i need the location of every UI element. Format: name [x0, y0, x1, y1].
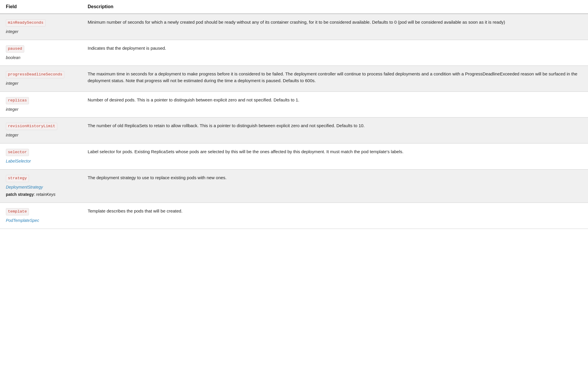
description-cell: Template describes the pods that will be…: [82, 203, 588, 229]
field-type-label: integer: [6, 106, 76, 113]
field-type-link[interactable]: PodTemplateSpec: [6, 217, 76, 224]
table-row: pausedbooleanIndicates that the deployme…: [0, 40, 588, 66]
field-type-link[interactable]: DeploymentStrategy: [6, 184, 76, 191]
table-row: strategyDeploymentStrategypatch strategy…: [0, 169, 588, 203]
field-cell: selectorLabelSelector: [0, 144, 82, 170]
api-reference-table: Field Description minReadySecondsinteger…: [0, 0, 588, 229]
table-row: progressDeadlineSecondsintegerThe maximu…: [0, 66, 588, 92]
field-type-label: integer: [6, 80, 76, 87]
field-cell: revisionHistoryLimitinteger: [0, 118, 82, 144]
description-cell: The maximum time in seconds for a deploy…: [82, 66, 588, 92]
field-type-label: integer: [6, 132, 76, 139]
field-name-badge: strategy: [6, 175, 29, 182]
field-name-badge: template: [6, 208, 29, 215]
table-row: revisionHistoryLimitintegerThe number of…: [0, 118, 588, 144]
table-row: replicasintegerNumber of desired pods. T…: [0, 91, 588, 118]
patch-strategy-label: patch strategy: retainKeys: [6, 191, 76, 198]
field-cell: pausedboolean: [0, 40, 82, 66]
description-cell: Minimum number of seconds for which a ne…: [82, 14, 588, 40]
column-header-field: Field: [0, 0, 82, 14]
field-cell: minReadySecondsinteger: [0, 14, 82, 40]
field-name-badge: selector: [6, 149, 29, 156]
field-name-badge: progressDeadlineSeconds: [6, 71, 64, 78]
field-type-label: boolean: [6, 55, 76, 61]
field-type-label: integer: [6, 29, 76, 35]
column-header-description: Description: [82, 0, 588, 14]
field-name-badge: minReadySeconds: [6, 19, 46, 27]
table-header-row: Field Description: [0, 0, 588, 14]
table-row: selectorLabelSelectorLabel selector for …: [0, 144, 588, 170]
table-row: minReadySecondsintegerMinimum number of …: [0, 14, 588, 40]
field-cell: replicasinteger: [0, 91, 82, 118]
field-name-badge: revisionHistoryLimit: [6, 123, 57, 130]
field-cell: templatePodTemplateSpec: [0, 203, 82, 229]
description-cell: The deployment strategy to use to replac…: [82, 169, 588, 203]
field-cell: progressDeadlineSecondsinteger: [0, 66, 82, 92]
description-cell: Number of desired pods. This is a pointe…: [82, 91, 588, 118]
description-cell: Indicates that the deployment is paused.: [82, 40, 588, 66]
field-name-badge: paused: [6, 45, 24, 53]
field-name-badge: replicas: [6, 97, 29, 104]
description-cell: Label selector for pods. Existing Replic…: [82, 144, 588, 170]
description-cell: The number of old ReplicaSets to retain …: [82, 118, 588, 144]
field-type-link[interactable]: LabelSelector: [6, 158, 76, 165]
table-row: templatePodTemplateSpecTemplate describe…: [0, 203, 588, 229]
field-cell: strategyDeploymentStrategypatch strategy…: [0, 169, 82, 203]
